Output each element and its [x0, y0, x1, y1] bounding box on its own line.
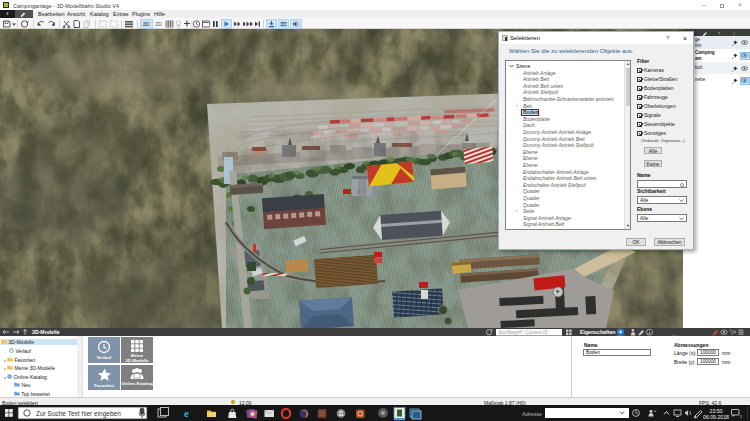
svg-text:Zur Suche Text hier eingeben: Zur Suche Text hier eingeben [36, 410, 121, 418]
svg-text:3D: 3D [143, 21, 150, 27]
svg-text:e: e [184, 408, 189, 419]
svg-text:Adresse: Adresse [522, 411, 542, 417]
svg-text:Eigenschaften: Eigenschaften [580, 329, 615, 335]
svg-text:06.09.2018: 06.09.2018 [703, 414, 729, 420]
svg-text:Suchbegriff / Content-ID: Suchbegriff / Content-ID [499, 330, 549, 335]
svg-text:2: 2 [740, 414, 743, 419]
svg-text:3D-Modelle: 3D-Modelle [32, 329, 60, 335]
svg-text:2D: 2D [155, 21, 162, 27]
